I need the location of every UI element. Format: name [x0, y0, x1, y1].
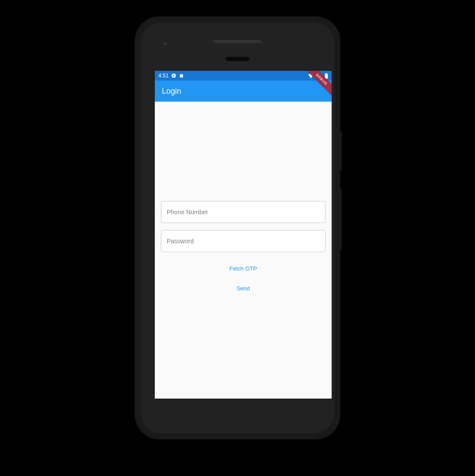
app-icon	[179, 73, 184, 78]
flutter-icon	[171, 73, 176, 78]
login-form: Fetch OTP Send	[161, 201, 325, 296]
battery-icon	[325, 73, 328, 79]
antenna-band	[134, 378, 135, 384]
antenna-band	[340, 72, 341, 78]
front-camera	[163, 41, 167, 46]
status-bar: 4:51	[155, 71, 332, 81]
phone-bezel: 4:51	[141, 22, 334, 433]
wifi-icon	[308, 73, 314, 78]
antenna-band	[134, 72, 135, 78]
volume-button	[340, 188, 342, 250]
status-time: 4:51	[158, 73, 168, 79]
svg-rect-2	[326, 73, 327, 73]
screen: 4:51	[155, 71, 332, 399]
power-button	[340, 131, 342, 171]
fetch-otp-button[interactable]: Fetch OTP	[161, 261, 325, 276]
antenna-band	[340, 378, 341, 384]
content-area: Fetch OTP Send	[155, 102, 332, 399]
phone-frame: 4:51	[135, 17, 340, 439]
earpiece-speaker	[213, 40, 262, 43]
svg-rect-3	[325, 73, 328, 79]
svg-rect-1	[180, 74, 183, 77]
status-left: 4:51	[158, 73, 184, 79]
cellular-icon	[317, 73, 322, 78]
status-right	[308, 73, 328, 79]
password-input[interactable]	[161, 230, 325, 252]
page-title: Login	[162, 87, 181, 96]
send-button[interactable]: Send	[161, 281, 325, 296]
sensor-slot	[226, 57, 250, 61]
app-bar: Login	[155, 81, 332, 102]
phone-number-input[interactable]	[161, 201, 325, 223]
